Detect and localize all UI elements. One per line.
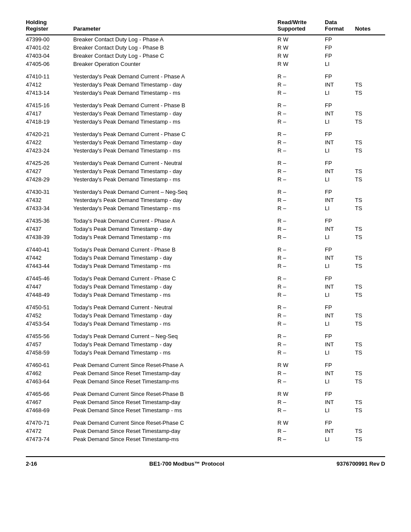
cell-rw: R – xyxy=(277,167,325,175)
cell-param: Today's Peak Demand Current - Phase C xyxy=(73,274,277,283)
table-row: 47457 Today's Peak Demand Timestamp - da… xyxy=(26,340,385,348)
cell-notes: TS xyxy=(355,204,385,212)
cell-notes xyxy=(355,188,385,196)
cell-register: 47467 xyxy=(26,398,73,406)
table-row: 47445-46 Today's Peak Demand Current - P… xyxy=(26,274,385,283)
cell-rw: R – xyxy=(277,340,325,348)
cell-register: 47465-66 xyxy=(26,390,73,398)
cell-notes: TS xyxy=(355,233,385,241)
cell-rw: R – xyxy=(277,291,325,299)
cell-df: FP xyxy=(325,52,355,60)
cell-param: Yesterday's Peak Demand Timestamp - day xyxy=(73,196,277,204)
cell-param: Today's Peak Demand Timestamp - day xyxy=(73,283,277,291)
cell-register: 47403-04 xyxy=(26,52,73,60)
cell-param: Yesterday's Peak Demand Timestamp - ms xyxy=(73,204,277,212)
cell-df: FP xyxy=(325,419,355,427)
cell-param: Peak Demand Since Reset Timestamp-ms xyxy=(73,435,277,443)
page-content: HoldingRegister Parameter Read/WriteSupp… xyxy=(26,17,385,467)
table-row: 47399-00 Breaker Contact Duty Log - Phas… xyxy=(26,35,385,44)
cell-df: LI xyxy=(325,146,355,155)
cell-register: 47470-71 xyxy=(26,419,73,427)
cell-notes xyxy=(355,419,385,427)
cell-notes: TS xyxy=(355,398,385,406)
cell-param: Yesterday's Peak Demand Current - Phase … xyxy=(73,72,277,81)
cell-register: 47435-36 xyxy=(26,217,73,225)
cell-rw: R – xyxy=(277,262,325,270)
cell-param: Peak Demand Since Reset Timestamp-ms xyxy=(73,377,277,386)
table-row: 47442 Today's Peak Demand Timestamp - da… xyxy=(26,254,385,262)
cell-df: LI xyxy=(325,175,355,184)
cell-register: 47452 xyxy=(26,311,73,320)
cell-param: Today's Peak Demand Current - Phase A xyxy=(73,217,277,225)
cell-param: Yesterday's Peak Demand Timestamp - ms xyxy=(73,146,277,155)
cell-notes xyxy=(355,274,385,283)
cell-register: 47473-74 xyxy=(26,435,73,443)
table-row: 47470-71 Peak Demand Current Since Reset… xyxy=(26,419,385,427)
cell-df: LI xyxy=(325,348,355,357)
cell-param: Today's Peak Demand Timestamp - ms xyxy=(73,262,277,270)
cell-df: LI xyxy=(325,204,355,212)
table-row: 47403-04 Breaker Contact Duty Log - Phas… xyxy=(26,52,385,60)
cell-notes: TS xyxy=(355,81,385,89)
table-row: 47448-49 Today's Peak Demand Timestamp -… xyxy=(26,291,385,299)
cell-df: LI xyxy=(325,262,355,270)
cell-param: Breaker Operation Counter xyxy=(73,60,277,68)
table-row: 47435-36 Today's Peak Demand Current - P… xyxy=(26,217,385,225)
cell-param: Peak Demand Since Reset Timestamp - ms xyxy=(73,406,277,414)
cell-param: Yesterday's Peak Demand Timestamp - day xyxy=(73,81,277,89)
cell-param: Yesterday's Peak Demand Current - Neutra… xyxy=(73,159,277,167)
cell-df: LI xyxy=(325,60,355,68)
cell-df: INT xyxy=(325,369,355,377)
cell-df: INT xyxy=(325,340,355,348)
table-row: 47468-69 Peak Demand Since Reset Timesta… xyxy=(26,406,385,414)
cell-rw: R – xyxy=(277,81,325,89)
cell-register: 47457 xyxy=(26,340,73,348)
cell-rw: R – xyxy=(277,138,325,146)
cell-notes xyxy=(355,303,385,311)
cell-register: 47432 xyxy=(26,196,73,204)
cell-rw: R – xyxy=(277,348,325,357)
cell-notes: TS xyxy=(355,406,385,414)
cell-param: Breaker Contact Duty Log - Phase C xyxy=(73,52,277,60)
cell-df: FP xyxy=(325,303,355,311)
cell-notes: TS xyxy=(355,109,385,118)
cell-df: INT xyxy=(325,138,355,146)
cell-notes xyxy=(355,60,385,68)
col-header-register: HoldingRegister xyxy=(26,17,73,35)
cell-param: Breaker Contact Duty Log - Phase A xyxy=(73,35,277,44)
cell-df: INT xyxy=(325,427,355,435)
cell-rw: R – xyxy=(277,159,325,167)
cell-rw: R – xyxy=(277,225,325,233)
cell-register: 47420-21 xyxy=(26,130,73,138)
col-header-notes: Notes xyxy=(355,17,385,35)
table-row: 47458-59 Today's Peak Demand Timestamp -… xyxy=(26,348,385,357)
cell-rw: R – xyxy=(277,72,325,81)
cell-notes xyxy=(355,72,385,81)
cell-df: INT xyxy=(325,196,355,204)
cell-param: Yesterday's Peak Demand Current - Phase … xyxy=(73,101,277,109)
cell-register: 47417 xyxy=(26,109,73,118)
cell-df: FP xyxy=(325,44,355,52)
cell-rw: R – xyxy=(277,369,325,377)
cell-notes: TS xyxy=(355,435,385,443)
cell-rw: R – xyxy=(277,196,325,204)
cell-param: Today's Peak Demand Timestamp - ms xyxy=(73,348,277,357)
cell-register: 47440-41 xyxy=(26,246,73,254)
footer-right: 9376700991 Rev D xyxy=(336,460,385,467)
table-row: 47428-29 Yesterday's Peak Demand Timesta… xyxy=(26,175,385,184)
cell-register: 47423-24 xyxy=(26,146,73,155)
col-header-df: DataFormat xyxy=(325,17,355,35)
cell-param: Yesterday's Peak Demand Timestamp - day xyxy=(73,109,277,118)
table-row: 47467 Peak Demand Since Reset Timestamp-… xyxy=(26,398,385,406)
cell-notes: TS xyxy=(355,146,385,155)
cell-rw: R – xyxy=(277,303,325,311)
col-header-parameter: Parameter xyxy=(73,17,277,35)
table-row: 47417 Yesterday's Peak Demand Timestamp … xyxy=(26,109,385,118)
cell-df: LI xyxy=(325,377,355,386)
cell-param: Yesterday's Peak Demand Current - Phase … xyxy=(73,130,277,138)
cell-param: Yesterday's Peak Demand Timestamp - ms xyxy=(73,118,277,126)
cell-register: 47442 xyxy=(26,254,73,262)
table-row: 47463-64 Peak Demand Since Reset Timesta… xyxy=(26,377,385,386)
cell-rw: R – xyxy=(277,246,325,254)
cell-rw: R – xyxy=(277,311,325,320)
